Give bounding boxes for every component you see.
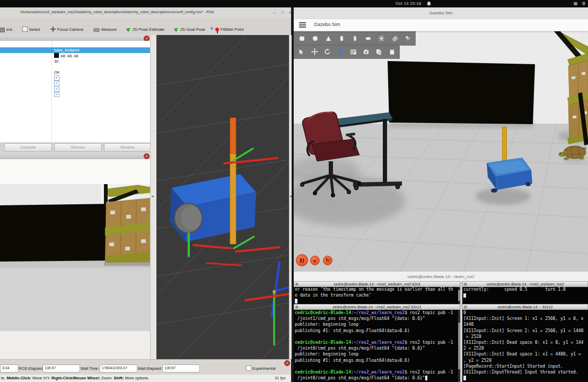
clock: Oct 13 23:18 xyxy=(396,1,421,6)
duplicate-button[interactable]: Duplicate xyxy=(4,143,52,152)
ros-elapsed-field[interactable]: 139.57 xyxy=(42,364,80,372)
display-check-row: ✓ xyxy=(0,86,150,92)
status-row[interactable]: OK xyxy=(0,70,150,75)
splitter-collapse-icon[interactable]: ◂ xyxy=(152,194,154,198)
tool-label: era xyxy=(6,27,12,32)
screenshot-icon[interactable] xyxy=(361,47,372,57)
remove-tool-button[interactable]: − xyxy=(224,25,227,31)
display-row-selected[interactable]: base_footprint xyxy=(0,47,150,53)
wall-time-field[interactable]: 1760411903.07 xyxy=(100,364,137,372)
camera-panel[interactable] xyxy=(0,159,150,371)
copy-icon[interactable] xyxy=(373,47,384,57)
spot-light-icon[interactable] xyxy=(402,33,414,44)
system-menu-icon[interactable] xyxy=(582,2,585,5)
system-top-bar: Oct 13 23:18 xyxy=(0,0,588,7)
camera-panel-toolbar-area xyxy=(0,159,150,184)
terminal-titlebar[interactable]: cedric@cedric-Blade-14: ~/learn_ros2 xyxy=(294,272,588,282)
cylinder-icon[interactable] xyxy=(336,33,347,44)
gazebo-3d-scene[interactable] xyxy=(294,31,588,272)
rviz-toolbar: eraSelectFocus CameraMeasure2D Pose Esti… xyxy=(0,23,245,35)
experimental-checkbox[interactable] xyxy=(246,366,251,371)
wall-elapsed-field[interactable]: 139.57 xyxy=(162,364,200,372)
rotate-icon[interactable] xyxy=(322,47,333,57)
display-checkbox[interactable]: ✓ xyxy=(54,86,59,92)
scrollbar[interactable] xyxy=(458,287,460,304)
select-icon[interactable] xyxy=(296,47,307,57)
pane-grid-icon: ⊞ xyxy=(295,305,299,310)
tool-select[interactable]: Select xyxy=(21,25,42,33)
background-color-row[interactable]: 48; 48; 48 xyxy=(0,53,150,58)
translate-icon[interactable] xyxy=(309,47,320,57)
displays-panel[interactable]: base_footprint 48; 48; 48 30 OK ✓✓✓✓ xyxy=(0,41,150,142)
terminal-pane-header[interactable]: ⊞ cedric@cedric-Blade-14: ~/ros2_ws/lear… xyxy=(462,281,588,287)
step-button[interactable]: ▸▸ xyxy=(310,256,320,265)
maximize-button[interactable]: □ xyxy=(279,10,286,16)
gazebo-app-title: Gazebo Sim xyxy=(314,22,340,27)
rviz-window-title: /home/cedric/ros2_ws/learn_ros2/install/… xyxy=(20,10,214,14)
display-check-row: ✓ xyxy=(0,81,150,86)
arrow-icon xyxy=(126,26,131,32)
rviz-3d-viewport[interactable] xyxy=(156,35,289,359)
remove-button[interactable]: Remove xyxy=(54,143,102,152)
terminal-pane-header[interactable]: ⊞ cedric@cedric-Blade-14: ~ 62x12 xyxy=(462,304,588,310)
paste-icon[interactable] xyxy=(387,47,398,57)
panel-splitter-right[interactable]: ◂ xyxy=(289,35,292,359)
terminal-pane[interactable]: 0[X11Input::Init] Screen 1: x1 = 2560, y… xyxy=(462,310,588,382)
gazebo-titlebar[interactable]: Gazebo Sim xyxy=(294,7,588,20)
view-angle-icon[interactable] xyxy=(335,47,346,57)
minimize-button[interactable]: – xyxy=(271,10,278,16)
selected-frame-label: base_footprint xyxy=(54,48,80,53)
terminal-pane-header[interactable]: ⊞ cedric@cedric-Blade-14: ~/ros2_ws/lear… xyxy=(294,304,460,310)
terminal-pane[interactable]: cedric@cedric-Blade-14:~/ros2_ws/learn_r… xyxy=(294,310,460,382)
time-panel-close-icon[interactable]: × xyxy=(284,360,290,366)
rviz-window: /home/cedric/ros2_ws/learn_ros2/install/… xyxy=(0,7,291,382)
splitter-collapse-icon[interactable]: ◂ xyxy=(289,194,292,198)
video-record-icon[interactable] xyxy=(348,47,359,57)
tool-measure[interactable]: Measure xyxy=(92,25,118,33)
tool-move-camera[interactable]: era xyxy=(0,25,14,33)
notification-icon[interactable] xyxy=(427,2,431,5)
close-button[interactable]: × xyxy=(287,10,293,16)
reset-icon: ↻ xyxy=(326,258,330,263)
display-checkbox[interactable]: ✓ xyxy=(54,92,59,97)
point-light-icon[interactable] xyxy=(375,33,387,44)
add-tool-button[interactable]: + xyxy=(210,25,213,31)
fps-counter: 31 fps xyxy=(275,376,285,380)
rviz-titlebar[interactable]: /home/cedric/ros2_ws/learn_ros2/install/… xyxy=(0,7,291,19)
tool-focus-camera[interactable]: Focus Camera xyxy=(49,25,85,33)
ellipsoid-icon[interactable] xyxy=(362,33,374,44)
directional-light-icon[interactable] xyxy=(389,33,400,44)
ros-time-field[interactable]: 3.04 xyxy=(0,364,19,372)
tool-goal-pose[interactable]: 2D Goal Pose xyxy=(173,26,207,33)
pause-icon xyxy=(300,258,304,263)
rename-button[interactable]: Rename xyxy=(104,143,151,152)
network-icon[interactable] xyxy=(574,2,577,5)
reset-button[interactable]: ↻ xyxy=(323,256,332,265)
frame-rate-row[interactable]: 30 xyxy=(0,59,150,64)
pause-button[interactable] xyxy=(296,254,308,266)
terminal-pane[interactable]: currently: speed 0.5 turn 1.0 xyxy=(462,287,588,304)
capsule-icon[interactable] xyxy=(349,33,361,44)
hamburger-menu-icon[interactable] xyxy=(299,22,306,28)
display-checkbox[interactable]: ✓ xyxy=(54,81,59,86)
status-message: te. Middle-Click: Move X/Y. Right-Click/… xyxy=(1,376,149,380)
box-icon[interactable] xyxy=(296,33,308,44)
select-icon xyxy=(22,27,28,32)
pane-grid-icon: ⊞ xyxy=(295,282,299,287)
tool-pose-estimate[interactable]: 2D Pose Estimate xyxy=(125,26,166,33)
sphere-icon[interactable] xyxy=(309,33,321,44)
terminal-pane-header[interactable]: ⊞ cedric@cedric-Blade-14: ~/ros2_ws/lear… xyxy=(294,281,460,287)
pane-grid-icon: ⊞ xyxy=(464,305,467,310)
display-check-row: ✓ xyxy=(0,75,150,81)
cone-icon[interactable] xyxy=(322,33,334,44)
camera-panel-close-icon[interactable]: × xyxy=(144,153,150,159)
ros-elapsed-label: ROS Elapsed: xyxy=(19,366,44,371)
tool-publish-point[interactable]: Publish Point xyxy=(214,26,245,33)
camera-icon xyxy=(0,28,5,32)
scrollbar[interactable] xyxy=(458,310,460,382)
terminal-window-title: cedric@cedric-Blade-14: ~/learn_ros2 xyxy=(294,274,588,279)
display-checkbox[interactable]: ✓ xyxy=(54,75,59,81)
terminal-pane[interactable]: or reason 'the timestamp on the message … xyxy=(294,287,460,304)
experimental-label: Experimental xyxy=(252,366,276,371)
camera-image-view[interactable] xyxy=(0,184,150,331)
